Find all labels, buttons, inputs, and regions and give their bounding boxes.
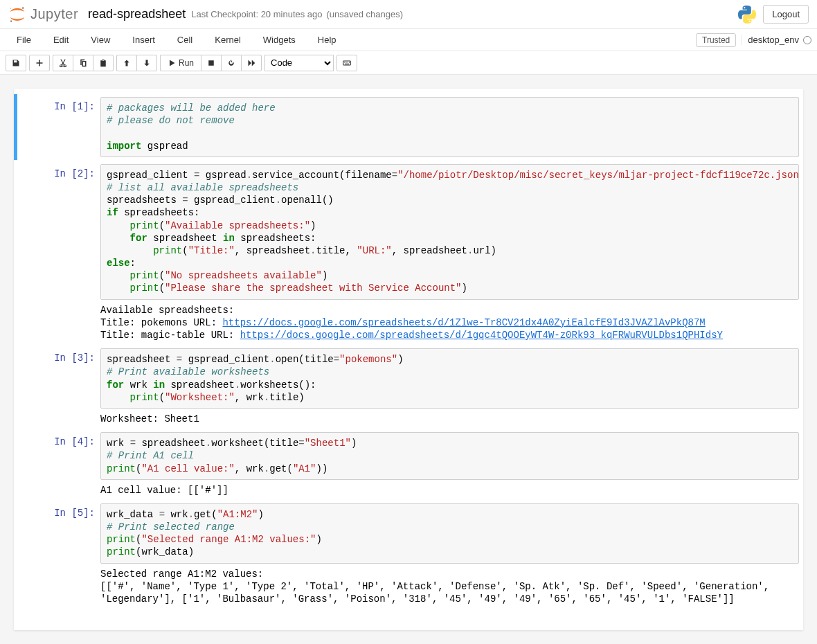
menu-kernel[interactable]: Kernel xyxy=(204,30,252,49)
menu-edit[interactable]: Edit xyxy=(42,30,80,49)
svg-rect-3 xyxy=(208,60,214,66)
keyboard-icon xyxy=(343,59,351,67)
cell-output: Worksheet: Sheet1 xyxy=(100,409,799,425)
notebook-header: Jupyter read-spreadsheet Last Checkpoint… xyxy=(0,0,817,29)
cell-output: A1 cell value: [['#']] xyxy=(100,480,799,497)
run-button[interactable]: Run xyxy=(160,55,201,71)
cell-type-select[interactable]: Code xyxy=(264,55,334,71)
edit-group xyxy=(53,55,114,71)
kernel-status-icon xyxy=(803,36,811,44)
code-cell[interactable]: In [4]:wrk = spreadsheet.worksheet(title… xyxy=(14,429,803,499)
cell-output: Available spreadsheets: Title: pokemons … xyxy=(100,300,799,342)
notebook: In [1]:# packages will be added here # p… xyxy=(14,89,803,630)
cell-prompt: In [5]: xyxy=(17,503,100,605)
checkpoint-text: Last Checkpoint: 20 minutes ago xyxy=(191,9,322,19)
copy-icon xyxy=(79,59,87,67)
move-down-button[interactable] xyxy=(136,55,157,71)
kernel-indicator[interactable]: desktop_env xyxy=(742,35,811,45)
menu-insert[interactable]: Insert xyxy=(121,30,166,49)
paste-button[interactable] xyxy=(93,55,114,71)
code-cell[interactable]: In [5]:wrk_data = wrk.get("A1:M2") # Pri… xyxy=(14,501,803,608)
play-icon xyxy=(168,59,176,67)
cell-body: # packages will be added here # please d… xyxy=(100,97,799,157)
cell-input[interactable]: wrk_data = wrk.get("A1:M2") # Print sele… xyxy=(100,503,799,564)
cell-prompt: In [4]: xyxy=(17,432,100,497)
menubar: FileEditViewInsertCellKernelWidgetsHelp … xyxy=(0,29,817,51)
kernel-name-text: desktop_env xyxy=(748,35,799,45)
svg-rect-8 xyxy=(348,62,348,62)
jupyter-logo[interactable]: Jupyter xyxy=(8,6,78,24)
code-cell[interactable]: In [3]:spreadsheet = gspread_client.open… xyxy=(14,346,803,428)
arrow-up-icon xyxy=(123,59,131,67)
cell-body: wrk_data = wrk.get("A1:M2") # Print sele… xyxy=(100,503,799,605)
notebook-name[interactable]: read-spreadsheet xyxy=(88,7,186,21)
cell-output: Selected range A1:M2 values: [['#', 'Nam… xyxy=(100,564,799,606)
svg-rect-4 xyxy=(343,61,351,65)
menu-cell[interactable]: Cell xyxy=(166,30,204,49)
python-logo-icon xyxy=(738,6,756,24)
jupyter-logo-icon xyxy=(8,6,26,24)
svg-rect-5 xyxy=(345,63,349,64)
command-palette-button[interactable] xyxy=(336,55,357,71)
fast-forward-icon xyxy=(247,59,255,67)
stop-icon xyxy=(207,59,215,67)
logout-button[interactable]: Logout xyxy=(763,5,809,24)
cut-icon xyxy=(59,59,67,67)
toolbar: Run Code xyxy=(0,51,817,75)
cell-input[interactable]: wrk = spreadsheet.worksheet(title="Sheet… xyxy=(100,432,799,480)
run-group: Run xyxy=(160,55,262,71)
arrow-down-icon xyxy=(143,59,151,67)
restart-button[interactable] xyxy=(221,55,241,71)
cut-button[interactable] xyxy=(53,55,73,71)
cell-body: wrk = spreadsheet.worksheet(title="Sheet… xyxy=(100,432,799,497)
code-cell[interactable]: In [2]:gspread_client = gspread.service_… xyxy=(14,161,803,344)
cell-prompt: In [2]: xyxy=(17,164,100,341)
svg-rect-7 xyxy=(346,62,347,62)
restart-icon xyxy=(227,59,235,67)
cell-input[interactable]: gspread_client = gspread.service_account… xyxy=(100,164,799,300)
menu-file[interactable]: File xyxy=(6,30,42,49)
plus-icon xyxy=(35,59,44,67)
trusted-button[interactable]: Trusted xyxy=(696,33,736,47)
menubar-items: FileEditViewInsertCellKernelWidgetsHelp xyxy=(6,30,348,49)
cell-body: spreadsheet = gspread_client.open(title=… xyxy=(100,348,799,425)
cell-body: gspread_client = gspread.service_account… xyxy=(100,164,799,341)
restart-run-all-button[interactable] xyxy=(241,55,262,71)
paste-icon xyxy=(99,59,107,67)
save-icon xyxy=(12,59,20,67)
cell-input[interactable]: spreadsheet = gspread_client.open(title=… xyxy=(100,348,799,409)
move-up-button[interactable] xyxy=(116,55,136,71)
svg-point-1 xyxy=(10,20,12,21)
cell-prompt: In [1]: xyxy=(17,97,100,157)
insert-cell-button[interactable] xyxy=(29,55,50,71)
cell-prompt: In [3]: xyxy=(17,348,100,425)
move-group xyxy=(116,55,157,71)
svg-point-0 xyxy=(22,6,24,8)
cell-input[interactable]: # packages will be added here # please d… xyxy=(100,97,799,157)
notebook-container: In [1]:# packages will be added here # p… xyxy=(0,75,817,644)
menu-view[interactable]: View xyxy=(80,30,121,49)
run-button-label: Run xyxy=(179,58,194,68)
unsaved-text: (unsaved changes) xyxy=(327,9,404,19)
interrupt-button[interactable] xyxy=(201,55,221,71)
jupyter-brand-text: Jupyter xyxy=(30,6,78,22)
svg-rect-9 xyxy=(349,62,350,62)
svg-point-2 xyxy=(10,8,12,9)
code-cell[interactable]: In [1]:# packages will be added here # p… xyxy=(14,94,803,160)
menu-widgets[interactable]: Widgets xyxy=(252,30,307,49)
copy-button[interactable] xyxy=(73,55,93,71)
save-button[interactable] xyxy=(6,55,26,71)
svg-rect-6 xyxy=(344,62,345,62)
menu-help[interactable]: Help xyxy=(307,30,348,49)
